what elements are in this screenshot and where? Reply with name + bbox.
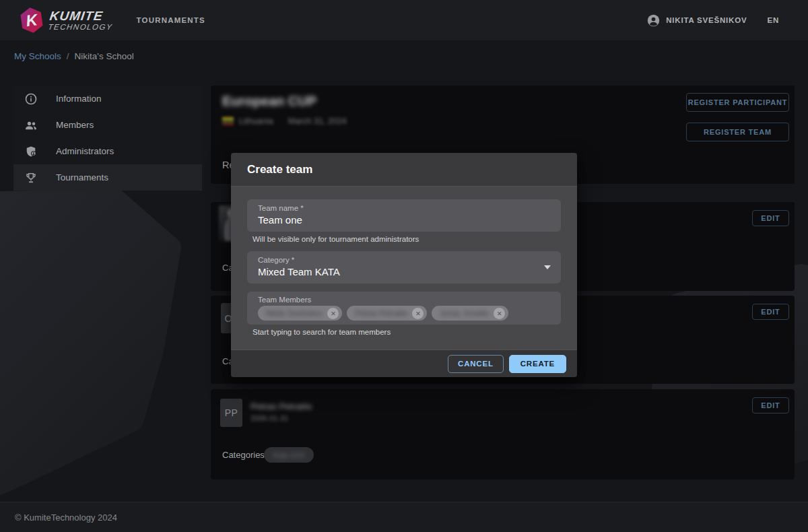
cancel-button[interactable]: CANCEL bbox=[448, 355, 504, 373]
team-members-helper: Start typing to search for team members bbox=[252, 328, 561, 336]
create-button[interactable]: CREATE bbox=[509, 355, 566, 373]
member-chip-text: Petras Petraitis bbox=[355, 309, 407, 317]
language-switcher[interactable]: EN bbox=[767, 16, 779, 24]
school-sidebar: Information Members Administrators bbox=[13, 86, 202, 191]
sidebar-label-tournaments: Tournaments bbox=[56, 172, 108, 182]
register-team-button[interactable]: REGISTER TEAM bbox=[686, 123, 789, 141]
remove-member-icon[interactable]: ✕ bbox=[412, 308, 424, 319]
register-participant-button[interactable]: REGISTER PARTICIPANT bbox=[686, 93, 789, 112]
sidebar-item-tournaments[interactable]: Tournaments bbox=[13, 164, 202, 191]
brand-logo[interactable]: K KUMITE TECHNOLOGY bbox=[20, 7, 114, 34]
category-select[interactable]: Category * Mixed Team KATA bbox=[247, 251, 561, 284]
participant-name: Petras Petraitis bbox=[250, 401, 312, 411]
app-bar: K KUMITE TECHNOLOGY TOURNAMENTS NIKITA S… bbox=[0, 0, 808, 40]
modal-footer: CANCEL CREATE bbox=[231, 350, 577, 377]
chevron-down-icon bbox=[544, 265, 551, 269]
team-name-helper: Will be visible only for tournament admi… bbox=[252, 235, 561, 243]
edit-participant-button[interactable]: EDIT bbox=[752, 210, 789, 226]
account-circle-icon bbox=[647, 14, 660, 27]
kumite-hexagon-icon: K bbox=[20, 7, 44, 34]
sidebar-item-members[interactable]: Members bbox=[13, 112, 202, 138]
modal-title: Create team bbox=[231, 153, 577, 187]
user-name: NIKITA SVEŠNIKOV bbox=[666, 16, 747, 24]
members-icon bbox=[24, 119, 38, 132]
info-icon bbox=[24, 92, 38, 106]
member-chip-text: Nikita Svešnikov bbox=[266, 309, 323, 317]
participant-avatar: PP bbox=[220, 399, 242, 427]
team-name-field[interactable]: Team name * Team one bbox=[247, 199, 561, 232]
sidebar-item-administrators[interactable]: Administrators bbox=[13, 138, 202, 164]
participant-birth-date: 2006-01-31 bbox=[250, 414, 288, 422]
user-menu[interactable]: NIKITA SVEŠNIKOV bbox=[647, 14, 747, 27]
lithuania-flag-icon bbox=[222, 117, 234, 125]
sidebar-label-members: Members bbox=[56, 120, 94, 130]
breadcrumb-my-schools[interactable]: My Schools bbox=[14, 51, 61, 61]
breadcrumb-current-school: Nikita's School bbox=[75, 51, 134, 61]
team-members-label: Team Members bbox=[258, 296, 550, 304]
brand-subname: TECHNOLOGY bbox=[48, 24, 113, 32]
edit-participant-button[interactable]: EDIT bbox=[752, 304, 789, 320]
breadcrumb-separator: / bbox=[67, 51, 69, 61]
administrators-icon bbox=[24, 145, 38, 158]
sidebar-item-information[interactable]: Information bbox=[13, 86, 202, 112]
categories-label: Categories: bbox=[222, 450, 267, 460]
tournament-country: Lithuania bbox=[239, 117, 273, 126]
member-chip-text: Jonas Jonaitis bbox=[440, 309, 489, 317]
tournament-subtitle: Lithuania March 31, 2024 bbox=[222, 117, 347, 126]
trophy-icon bbox=[24, 171, 38, 185]
member-chip: Jonas Jonaitis ✕ bbox=[432, 306, 508, 321]
remove-member-icon[interactable]: ✕ bbox=[494, 308, 505, 319]
tournament-date: March 31, 2024 bbox=[288, 117, 347, 126]
team-name-input[interactable]: Team one bbox=[258, 214, 550, 226]
sidebar-label-information: Information bbox=[56, 94, 102, 104]
category-value: Mixed Team KATA bbox=[258, 266, 550, 277]
copyright-text: © KumiteTechnology 2024 bbox=[15, 512, 117, 523]
edit-participant-button[interactable]: EDIT bbox=[752, 397, 789, 413]
sidebar-label-administrators: Administrators bbox=[56, 146, 114, 156]
nav-tournaments[interactable]: TOURNAMENTS bbox=[137, 16, 205, 24]
team-members-field[interactable]: Team Members Nikita Svešnikov ✕ Petras P… bbox=[247, 292, 561, 325]
member-chip: Nikita Svešnikov ✕ bbox=[258, 306, 342, 321]
team-member-chips: Nikita Svešnikov ✕ Petras Petraitis ✕ Jo… bbox=[258, 306, 550, 321]
tournament-title: European CUP bbox=[222, 94, 316, 109]
category-label: Category * bbox=[258, 256, 550, 264]
modal-body: Team name * Team one Will be visible onl… bbox=[231, 187, 577, 350]
brand-wordmark: KUMITE TECHNOLOGY bbox=[48, 9, 115, 32]
member-chip: Petras Petraitis ✕ bbox=[347, 306, 427, 321]
category-chip: Kata U14 bbox=[264, 447, 314, 463]
brand-name: KUMITE bbox=[49, 9, 115, 22]
participant-card: PP Petras Petraitis 2006-01-31 Categorie… bbox=[211, 389, 795, 479]
page-footer: © KumiteTechnology 2024 bbox=[0, 502, 808, 532]
category-chip-text: Kata U14 bbox=[273, 451, 304, 459]
page-root: K KUMITE TECHNOLOGY TOURNAMENTS NIKITA S… bbox=[0, 0, 808, 532]
remove-member-icon[interactable]: ✕ bbox=[327, 308, 339, 319]
breadcrumb: My Schools / Nikita's School bbox=[14, 51, 134, 61]
team-name-label: Team name * bbox=[258, 204, 550, 212]
create-team-modal: Create team Team name * Team one Will be… bbox=[231, 153, 577, 377]
